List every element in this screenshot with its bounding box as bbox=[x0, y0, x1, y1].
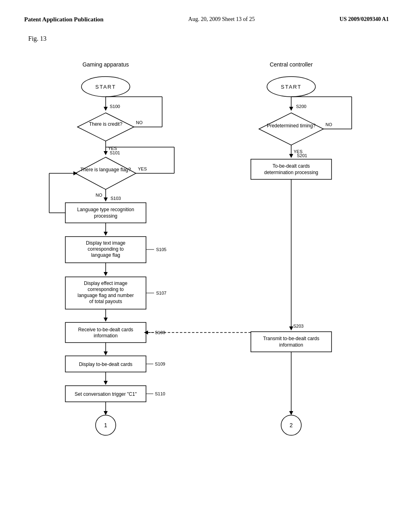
diagram-area: Gaming apparatus Central controller STAR… bbox=[24, 50, 389, 494]
header-right: US 2009/0209340 A1 bbox=[340, 16, 389, 23]
s201-text2: determination processing bbox=[264, 170, 318, 175]
s108-text1: Receive to-be-dealt cards bbox=[78, 327, 133, 332]
s103-label: S103 bbox=[111, 196, 121, 201]
s101-text1: There is language flag? bbox=[80, 167, 131, 172]
arrowhead-7 bbox=[104, 351, 108, 355]
end1-text: 1 bbox=[104, 422, 107, 428]
s200-diamond bbox=[259, 113, 323, 145]
s107-text3: language flag and number bbox=[77, 293, 133, 298]
s200-text: Predetermined timing? bbox=[267, 123, 316, 129]
s101-diamond bbox=[75, 157, 136, 189]
arrowhead-8 bbox=[104, 381, 108, 385]
s101-no-label: NO bbox=[96, 193, 102, 197]
s103-text1: Language type recognition bbox=[77, 207, 134, 212]
s103-text2: processing bbox=[94, 213, 117, 219]
s100-text: There is credit? bbox=[89, 121, 123, 127]
arrowhead-feedback bbox=[73, 171, 77, 175]
arrowhead-r1 bbox=[289, 107, 293, 111]
right-column-label: Central controller bbox=[270, 61, 313, 68]
arrowhead-4 bbox=[104, 232, 108, 236]
s203-text1: Transmit to-be-dealt cards bbox=[263, 336, 319, 341]
s103-rect bbox=[65, 203, 146, 223]
start-left-text: START bbox=[95, 84, 116, 90]
arrowhead-3 bbox=[104, 197, 108, 202]
arrowhead-r4 bbox=[289, 411, 293, 415]
s200-no-label: NO bbox=[325, 122, 332, 127]
page-header: Patent Application Publication Aug. 20, … bbox=[24, 16, 389, 23]
flowchart-svg: Gaming apparatus Central controller STAR… bbox=[24, 50, 389, 494]
left-column-label: Gaming apparatus bbox=[82, 61, 129, 68]
start-right-text: START bbox=[281, 84, 301, 90]
s200-label: S200 bbox=[296, 104, 307, 109]
s110-label: S110 bbox=[155, 391, 165, 396]
s100-no-label: NO bbox=[136, 120, 143, 125]
s100-label: S100 bbox=[110, 104, 120, 109]
s108-rect bbox=[65, 322, 146, 343]
s105-text1: Display text image bbox=[86, 240, 125, 246]
s201-label: S201 bbox=[297, 153, 307, 158]
s110-text: Set conversation trigger "C1" bbox=[75, 391, 137, 397]
s107-label: S107 bbox=[156, 291, 167, 295]
s101-label: S101 bbox=[110, 150, 120, 155]
fig-label: Fig. 13 bbox=[28, 35, 389, 42]
arrowhead-1 bbox=[104, 107, 108, 111]
s100-diamond bbox=[77, 113, 134, 141]
s105-text3: language flag bbox=[91, 252, 120, 258]
s203-label: S203 bbox=[293, 324, 304, 328]
s105-text2: corresponding to bbox=[88, 246, 124, 252]
header-left: Patent Application Publication bbox=[24, 16, 104, 23]
header-center: Aug. 20, 2009 Sheet 13 of 25 bbox=[188, 16, 255, 23]
s107-text4: of total payouts bbox=[89, 299, 122, 304]
s203-text2: information bbox=[279, 342, 303, 348]
arrowhead-9 bbox=[104, 411, 108, 415]
arrowhead-r3 bbox=[289, 326, 293, 330]
s105-label: S105 bbox=[156, 247, 167, 252]
arrowhead-5 bbox=[104, 272, 108, 276]
arrowhead-2 bbox=[104, 151, 108, 155]
s107-text2: corresponding to bbox=[88, 287, 124, 292]
s201-rect bbox=[251, 159, 332, 179]
s101-yes-label: YES bbox=[138, 166, 147, 171]
s107-text1: Display effect image bbox=[84, 281, 127, 286]
arrowhead-6 bbox=[104, 318, 108, 322]
page: Patent Application Publication Aug. 20, … bbox=[0, 0, 413, 532]
s201-text1: To-be-dealt cards bbox=[273, 163, 310, 169]
s109-label: S109 bbox=[155, 362, 165, 366]
s108-text2: information bbox=[94, 333, 117, 339]
s203-rect bbox=[251, 332, 332, 352]
end2-text: 2 bbox=[290, 422, 293, 428]
arrowhead-r2 bbox=[289, 154, 293, 158]
s109-text: Display to-be-dealt cards bbox=[79, 362, 133, 367]
